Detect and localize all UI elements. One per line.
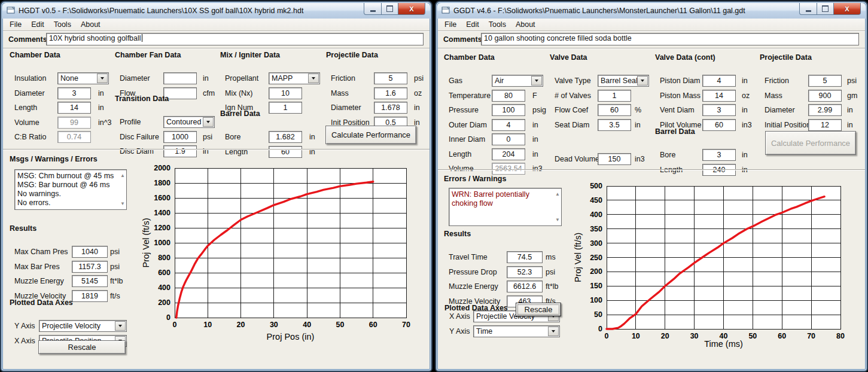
scroll-up-icon[interactable]: ▲ xyxy=(555,190,560,199)
bore-field[interactable]: 1.682 xyxy=(269,131,302,143)
y-tick-label: 400 xyxy=(590,211,602,219)
max-bar-pres-field[interactable]: 1157.3 xyxy=(72,261,108,273)
temperature-unit: F xyxy=(532,92,537,100)
piston-diam-field[interactable]: 4 xyxy=(702,75,736,87)
proj-mass-field[interactable]: 1.6 xyxy=(374,87,407,99)
travel-time-field[interactable]: 74.5 xyxy=(507,251,543,263)
comments-input[interactable]: 10 gallon shooting concrete filled soda … xyxy=(481,33,859,45)
vent-diam-field[interactable]: 3 xyxy=(702,104,736,116)
minimize-icon xyxy=(370,10,376,12)
messages-box[interactable]: MSG: Chm burnout @ 45 ms MSG: Bar burnou… xyxy=(14,169,127,210)
x-tick-label: 0 xyxy=(605,332,609,340)
close-button[interactable]: X xyxy=(398,3,425,15)
flow-coef-field[interactable]: 60 xyxy=(598,104,631,116)
comments-row: Comments 10 gallon shooting concrete fil… xyxy=(438,31,865,48)
pressure-unit: psig xyxy=(532,106,546,114)
flow-coef-unit: % xyxy=(635,106,641,114)
pressure-drop-row: Pressure Drop52.3psi xyxy=(444,266,553,281)
menu-file[interactable]: File xyxy=(440,20,461,29)
outer-diam-field[interactable]: 4 xyxy=(492,119,525,131)
inner-diam-field[interactable]: 0 xyxy=(492,133,525,145)
gas-dropdown[interactable]: Air xyxy=(492,75,543,87)
muzzle-energy-unit: ft*lb xyxy=(110,277,123,285)
maximize-button[interactable] xyxy=(381,3,398,15)
proj-diameter-unit: in xyxy=(847,106,853,114)
pressure-field[interactable]: 100 xyxy=(492,104,525,116)
minimize-button[interactable] xyxy=(799,3,817,15)
seat-diam-label: Seat Diam xyxy=(555,121,589,129)
menu-about[interactable]: About xyxy=(511,20,540,29)
seat-diam-field[interactable]: 3.5 xyxy=(598,119,631,131)
num-valves-field[interactable]: 1 xyxy=(598,90,631,102)
friction-field[interactable]: 5 xyxy=(808,75,842,87)
chamber-diameter-row: Diameter3in xyxy=(10,87,118,102)
ggdt-window: GGDT v4.6 - F:\Solidworks\Pnuematic Laun… xyxy=(435,1,868,372)
maximize-button[interactable] xyxy=(817,3,834,15)
chevron-down-icon[interactable] xyxy=(637,76,648,86)
chamber-length-unit: in xyxy=(98,103,104,112)
chevron-down-icon[interactable] xyxy=(308,74,319,83)
initial-position-field[interactable]: 12 xyxy=(808,119,842,131)
menu-about[interactable]: About xyxy=(76,20,105,29)
chevron-down-icon[interactable] xyxy=(548,327,559,336)
calculate-performance-button[interactable]: Calculate Performance xyxy=(325,126,416,144)
close-button[interactable]: X xyxy=(834,3,861,15)
insulation-dropdown[interactable]: None xyxy=(57,72,109,84)
x-tick-label: 70 xyxy=(402,321,410,329)
mix-nx-field[interactable]: 10 xyxy=(269,87,302,99)
proj-diameter-field[interactable]: 1.678 xyxy=(374,102,407,114)
scroll-down-icon[interactable]: ▼ xyxy=(555,215,560,224)
piston-mass-field[interactable]: 14 xyxy=(702,90,736,102)
muzzle-energy-field[interactable]: 6612.6 xyxy=(507,280,543,292)
chamber-diameter-field[interactable]: 3 xyxy=(57,87,91,99)
menu-tools[interactable]: Tools xyxy=(49,20,76,29)
chamber-length-field[interactable]: 14 xyxy=(57,102,91,114)
chevron-down-icon[interactable] xyxy=(203,117,214,127)
temperature-field[interactable]: 80 xyxy=(492,90,525,102)
minimize-button[interactable] xyxy=(364,3,381,15)
travel-time-row: Travel Time74.5ms xyxy=(444,251,553,266)
pressure-drop-unit: psi xyxy=(546,268,555,276)
rescale-button[interactable]: Rescale xyxy=(38,340,126,354)
friction-field[interactable]: 5 xyxy=(374,72,407,84)
window-controls: X xyxy=(799,3,861,15)
profile-dropdown[interactable]: Contoured xyxy=(163,116,215,128)
title-bar[interactable]: HGDT v0.5 - F:\Solidworks\Pnuematic Laun… xyxy=(2,3,430,19)
y-axis-dropdown[interactable]: Time xyxy=(473,325,560,337)
chevron-down-icon[interactable] xyxy=(115,321,126,331)
bore-field[interactable]: 3 xyxy=(702,149,736,161)
num-valves-row: # of Valves1 xyxy=(550,90,659,105)
chevron-down-icon[interactable] xyxy=(531,76,542,86)
mix-nx-label: Mix (Nx) xyxy=(225,89,253,97)
y-axis-dropdown[interactable]: Projectile Velocity xyxy=(39,320,127,332)
scroll-down-icon[interactable]: ▼ xyxy=(120,199,125,208)
x-tick-label: 20 xyxy=(661,332,669,340)
proj-diameter-field[interactable]: 2.99 xyxy=(808,104,842,116)
valve-type-dropdown[interactable]: Barrel Seal xyxy=(598,75,649,87)
chamber-length-field[interactable]: 204 xyxy=(492,148,525,160)
chevron-down-icon[interactable] xyxy=(97,74,108,83)
initial-position-unit: in xyxy=(847,121,853,129)
propellant-dropdown[interactable]: MAPP xyxy=(269,72,320,84)
comments-input[interactable]: 10X hybrid shooting golfball xyxy=(46,33,424,45)
window-title: GGDT v4.6 - F:\Solidworks\Pnuematic Laun… xyxy=(453,7,745,15)
pressure-drop-field[interactable]: 52.3 xyxy=(507,266,543,278)
scroll-up-icon[interactable]: ▲ xyxy=(120,171,125,180)
muzzle-energy-field[interactable]: 5145 xyxy=(72,275,108,287)
friction-row: Friction5psi xyxy=(326,72,435,87)
menu-tools[interactable]: Tools xyxy=(484,20,511,29)
projectile-data-header: Projectile Data xyxy=(326,51,435,59)
menu-edit[interactable]: Edit xyxy=(26,20,49,29)
inner-diam-label: Inner Diam xyxy=(449,135,485,144)
max-cham-pres-field[interactable]: 1040 xyxy=(72,246,108,258)
bore-row: Bore3in xyxy=(655,149,764,164)
dead-volume-field[interactable]: 150 xyxy=(598,153,631,165)
fan-diameter-field[interactable] xyxy=(163,72,197,84)
proj-mass-field[interactable]: 900 xyxy=(808,90,842,102)
errors-box[interactable]: WRN: Barrel potentially choking flow ▲ ▼ xyxy=(449,188,562,226)
title-bar[interactable]: GGDT v4.6 - F:\Solidworks\Pnuematic Laun… xyxy=(437,3,866,19)
rescale-button[interactable]: Rescale xyxy=(516,303,561,316)
menu-file[interactable]: File xyxy=(5,20,26,29)
disc-failure-field[interactable]: 1000 xyxy=(163,131,197,143)
menu-edit[interactable]: Edit xyxy=(461,20,484,29)
